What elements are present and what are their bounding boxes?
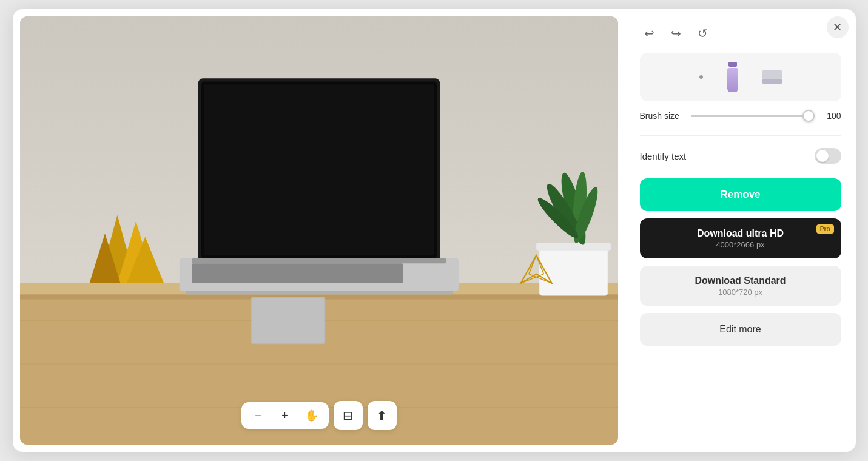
edit-more-button[interactable]: Edit more [640, 313, 841, 346]
pro-badge: Pro [816, 224, 834, 234]
right-panel: ✕ ↩ ↪ ↺ Brush size 100 [625, 9, 856, 452]
divider [640, 135, 841, 136]
brush-eraser-body [762, 70, 782, 79]
brush-size-row: Brush size 100 [640, 111, 841, 121]
redo-button[interactable]: ↪ [667, 24, 686, 43]
brush-size-slider[interactable] [691, 115, 815, 117]
download-hd-size: 4000*2666 px [716, 240, 764, 249]
brush-size-label: Brush size [640, 111, 684, 121]
split-view-button[interactable]: ⊟ [334, 401, 363, 430]
brush-dot [699, 75, 703, 79]
brush-preview-area [640, 53, 841, 101]
zoom-out-button[interactable]: − [250, 407, 267, 424]
svg-rect-21 [539, 246, 608, 296]
identify-text-label: Identify text [640, 151, 687, 161]
svg-rect-12 [252, 298, 324, 343]
download-hd-title: Download ultra HD [697, 228, 784, 239]
download-hd-button[interactable]: Pro Download ultra HD 4000*2666 px [640, 218, 841, 258]
undo-button[interactable]: ↩ [640, 24, 659, 43]
image-panel: − + ✋ ⊟ ⬆ [20, 16, 618, 445]
zoom-in-button[interactable]: + [277, 407, 294, 424]
download-std-title: Download Standard [695, 275, 786, 286]
upload-button[interactable]: ⬆ [368, 401, 397, 430]
download-std-button[interactable]: Download Standard 1080*720 px [640, 266, 841, 306]
identify-text-row: Identify text [640, 148, 841, 164]
app-container: − + ✋ ⊟ ⬆ ✕ ↩ ↪ ↺ [13, 9, 856, 452]
svg-rect-22 [536, 243, 611, 250]
brush-bottle-body [727, 68, 738, 92]
download-std-size: 1080*720 px [718, 288, 762, 297]
brush-size-value: 100 [822, 111, 841, 121]
svg-rect-15 [204, 85, 434, 255]
brush-eraser [762, 70, 782, 84]
zoom-group: − + ✋ [241, 402, 329, 429]
close-button[interactable]: ✕ [827, 16, 849, 38]
remove-button[interactable]: Remove [640, 178, 841, 211]
brush-eraser-tip [762, 79, 782, 84]
history-bar: ↩ ↪ ↺ [640, 24, 841, 43]
identify-text-toggle[interactable] [815, 148, 841, 164]
brush-bottle-cap [728, 62, 737, 67]
svg-rect-10 [192, 263, 403, 283]
brush-bottle [727, 62, 738, 92]
image-toolbar: − + ✋ ⊟ ⬆ [241, 401, 397, 430]
refresh-button[interactable]: ↺ [693, 24, 713, 43]
pan-button[interactable]: ✋ [303, 407, 320, 424]
svg-rect-16 [192, 258, 446, 263]
scene-image [20, 16, 618, 445]
